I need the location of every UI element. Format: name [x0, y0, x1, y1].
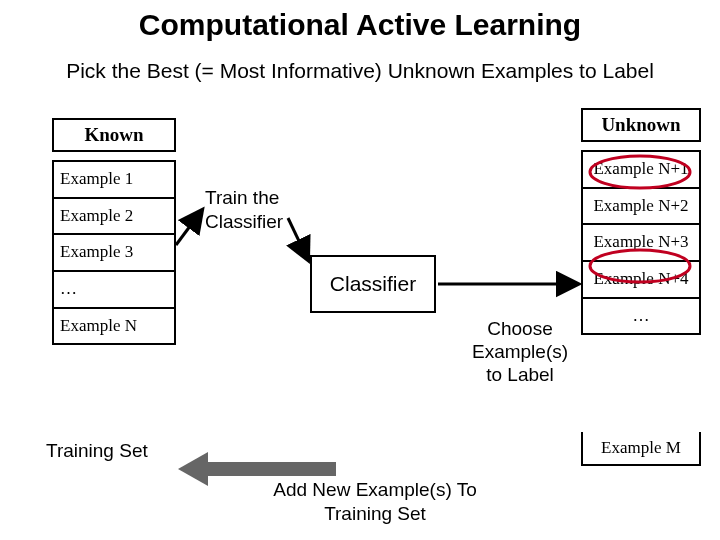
- unknown-cell: …: [583, 299, 699, 334]
- unknown-cell: Example N+4: [583, 262, 699, 299]
- subtitle: Pick the Best (= Most Informative) Unkno…: [0, 58, 720, 84]
- unknown-last-cell: Example M: [581, 432, 701, 466]
- unknown-header: Unknown: [581, 108, 701, 142]
- unknown-cell: Example N+1: [583, 152, 699, 189]
- page-title: Computational Active Learning: [0, 8, 720, 42]
- known-header: Known: [52, 118, 176, 152]
- unknown-cell: Example N+3: [583, 225, 699, 262]
- training-set-label: Training Set: [46, 440, 148, 462]
- unknown-cell: Example N+2: [583, 189, 699, 226]
- add-new-label: Add New Example(s) To Training Set: [250, 478, 500, 526]
- classifier-box: Classifier: [310, 255, 436, 313]
- svg-line-1: [288, 218, 308, 260]
- known-cell: Example N: [54, 309, 174, 344]
- unknown-column: Example N+1 Example N+2 Example N+3 Exam…: [581, 150, 701, 335]
- svg-line-0: [176, 210, 202, 245]
- known-cell: Example 1: [54, 162, 174, 199]
- known-cell: Example 3: [54, 235, 174, 272]
- known-column: Example 1 Example 2 Example 3 … Example …: [52, 160, 176, 345]
- svg-rect-3: [208, 462, 336, 476]
- known-cell: Example 2: [54, 199, 174, 236]
- known-cell: …: [54, 272, 174, 309]
- choose-label: Choose Example(s) to Label: [465, 318, 575, 386]
- train-classifier-label: Train the Classifier: [205, 186, 283, 234]
